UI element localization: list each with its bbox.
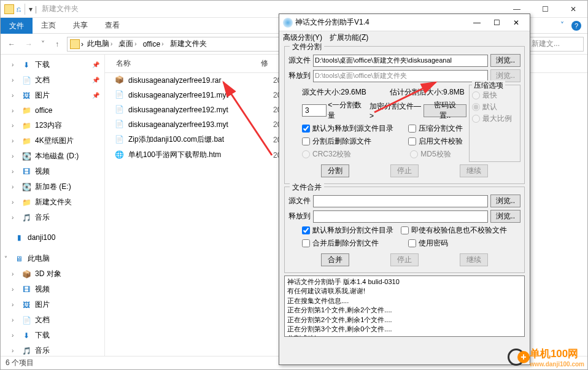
sidebar-item[interactable]: ›🎵音乐 — [1, 210, 104, 225]
sidebar-item[interactable]: ›🖼图片 — [1, 297, 104, 312]
nav-recent-button[interactable]: ˅ — [39, 37, 47, 52]
nav-up-button[interactable]: ↑ — [50, 37, 64, 52]
tab-file[interactable]: 文件 — [1, 18, 33, 34]
col-modified[interactable]: 修 — [258, 58, 268, 69]
merge-dst-browse[interactable]: 浏览.. — [490, 210, 520, 223]
search-input[interactable]: 新建文... — [528, 37, 584, 52]
dlg-maximize-button[interactable]: ☐ — [487, 14, 506, 31]
folder-icon — [70, 39, 80, 49]
sidebar-item[interactable]: ›💽新加卷 (E:) — [1, 179, 104, 195]
chk-del-src[interactable]: 分割后删除源文件 — [302, 136, 371, 147]
radio-default[interactable]: 默认 — [472, 102, 517, 112]
dialog-titlebar: 神话文件分割助手V1.4 — ☐ ✕ — [279, 14, 530, 31]
src-input[interactable]: D:\tools\桌面\office\新建文件夹\diskusageanal — [313, 55, 488, 67]
sidebar-item[interactable]: ›📁office — [1, 103, 104, 118]
sidebar-item[interactable]: ›📄文档📌 — [1, 72, 104, 88]
merge-legend: 文件合并 — [290, 182, 324, 193]
chk-merge-noverify[interactable]: 即使有校验信息也不校验文件 — [401, 225, 507, 236]
src-browse-button[interactable]: 浏览.. — [490, 54, 520, 67]
dlg-minimize-button[interactable]: — — [467, 14, 487, 31]
dst-label: 释放到 — [288, 71, 311, 81]
chk-default-dst[interactable]: 默认为释放到源文件目录 — [302, 123, 393, 134]
chk-crc[interactable]: CRC32校验 — [302, 149, 351, 160]
sidebar-danji[interactable]: ▮danji100 — [1, 230, 104, 245]
stop-button[interactable]: 停止 — [390, 164, 419, 177]
radio-fast[interactable]: 最快 — [472, 90, 517, 101]
chk-merge-del[interactable]: 合并后删除分割文件 — [302, 238, 379, 249]
merge-src-label: 源文件 — [288, 196, 311, 206]
sidebar-item[interactable]: ›📁123内容 — [1, 118, 104, 133]
log-output[interactable]: 神话文件分割助手 版本1.4 bulid-0310有任何建议请联系我,谢谢!正在… — [284, 276, 525, 337]
tab-view[interactable]: 查看 — [96, 17, 128, 34]
merge-src-input[interactable] — [313, 195, 488, 207]
tab-share[interactable]: 共享 — [64, 17, 96, 34]
split-legend: 文件分割 — [290, 42, 324, 52]
ribbon-expand-icon[interactable]: ˅ — [560, 21, 564, 31]
chk-merge-default-dst[interactable]: 默认释放到分割文件目录 — [302, 225, 393, 236]
watermark-icon: + — [508, 347, 527, 367]
maximize-button[interactable]: ☐ — [531, 1, 559, 18]
col-name[interactable]: 名称 — [105, 58, 258, 69]
sidebar-item[interactable]: ›📁新建文件夹 — [1, 195, 104, 210]
dst-input[interactable]: D:\tools\桌面\office\新建文件夹 — [313, 70, 488, 82]
help-icon[interactable]: ? — [571, 21, 581, 31]
splitter-dialog: 神话文件分割助手V1.4 — ☐ ✕ 高级分割(Y) 扩展功能(Z) 文件分割 … — [279, 13, 530, 365]
merge-stop-button[interactable]: 停止 — [390, 253, 419, 266]
sidebar-item[interactable]: ›💽本地磁盘 (D:) — [1, 148, 104, 164]
compress-options: 压缩选项 最快 默认 最大比例 — [469, 85, 520, 162]
sidebar-item[interactable]: ›⬇下载📌 — [1, 57, 104, 72]
sidebar-thispc[interactable]: ˅🖥此电脑 — [1, 251, 104, 266]
crumb-2[interactable]: office› — [141, 39, 166, 50]
merge-src-browse[interactable]: 浏览.. — [490, 195, 520, 207]
split-group: 文件分割 源文件 D:\tools\桌面\office\新建文件夹\diskus… — [284, 46, 525, 184]
merge-button[interactable]: 合并 — [321, 253, 349, 266]
crumb-0[interactable]: 此电脑› — [85, 37, 115, 50]
window-title: 新建文件夹 — [39, 4, 79, 14]
src-label: 源文件 — [288, 55, 311, 66]
merge-dst-label: 释放到 — [288, 211, 311, 222]
chk-md5[interactable]: MD5校验 — [410, 149, 451, 160]
tab-home[interactable]: 主页 — [33, 17, 64, 34]
split-button[interactable]: 分割 — [321, 164, 349, 177]
sidebar-item[interactable]: ›📁4K壁纸图片 — [1, 133, 104, 148]
menu-advanced[interactable]: 高级分割(Y) — [283, 33, 322, 42]
radio-max[interactable]: 最大比例 — [472, 114, 517, 124]
src-size-label: 源文件大小:29.6MB — [302, 87, 366, 98]
sidebar-item[interactable]: ›🎞视频 — [1, 164, 104, 179]
sidebar: ›⬇下载📌›📄文档📌›🖼图片📌›📁office›📁123内容›📁4K壁纸图片›💽… — [1, 55, 105, 356]
split-count-suffix: <一分割数量 — [328, 100, 367, 121]
qat-dropdown-icon[interactable]: ▾ — [29, 5, 33, 13]
dlg-close-button[interactable]: ✕ — [506, 14, 526, 31]
crumb-3[interactable]: 新建文件夹 — [168, 37, 209, 50]
merge-dst-input[interactable] — [313, 210, 488, 223]
watermark: + 单机100网 www.danji100.com — [508, 347, 584, 368]
folder-icon — [4, 4, 14, 14]
sidebar-item[interactable]: ›🎞视频 — [1, 282, 104, 297]
crumb-1[interactable]: 桌面› — [116, 37, 139, 50]
sidebar-item[interactable]: ›🖼图片📌 — [1, 88, 104, 103]
chk-merge-pwd[interactable]: 使用密码 — [408, 238, 448, 249]
menu-extensions[interactable]: 扩展功能(Z) — [330, 33, 368, 42]
sidebar-item[interactable]: ›⬇下载 — [1, 328, 104, 343]
split-count-input[interactable]: 3 — [302, 104, 327, 117]
qat-restore-icon[interactable]: ⎌ — [17, 5, 21, 13]
est-size-label: 估计分割后大小:9.8MB — [390, 87, 465, 98]
app-icon — [283, 18, 293, 28]
continue-button[interactable]: 继续 — [460, 164, 488, 177]
password-button[interactable]: 密码设置.. — [424, 104, 466, 117]
sidebar-item[interactable]: ›📄文档 — [1, 312, 104, 328]
merge-group: 文件合并 源文件 浏览.. 释放到 浏览.. 默认释放到分割文件目录 即使有校验… — [284, 187, 525, 273]
encrypt-label: 加密分割文件—> — [369, 101, 422, 120]
nav-forward-button[interactable]: → — [21, 37, 36, 52]
nav-back-button[interactable]: ← — [4, 37, 19, 52]
sidebar-item[interactable]: ›📦3D 对象 — [1, 266, 104, 282]
merge-continue-button[interactable]: 继续 — [460, 253, 488, 266]
dialog-title: 神话文件分割助手V1.4 — [295, 17, 467, 28]
close-button[interactable]: ✕ — [559, 1, 587, 18]
sidebar-item[interactable]: ›🎵音乐 — [1, 343, 104, 356]
chk-compress[interactable]: 压缩分割文件 — [408, 123, 463, 134]
qat-separator: | — [35, 5, 37, 13]
chk-verify[interactable]: 启用文件校验 — [408, 136, 463, 147]
